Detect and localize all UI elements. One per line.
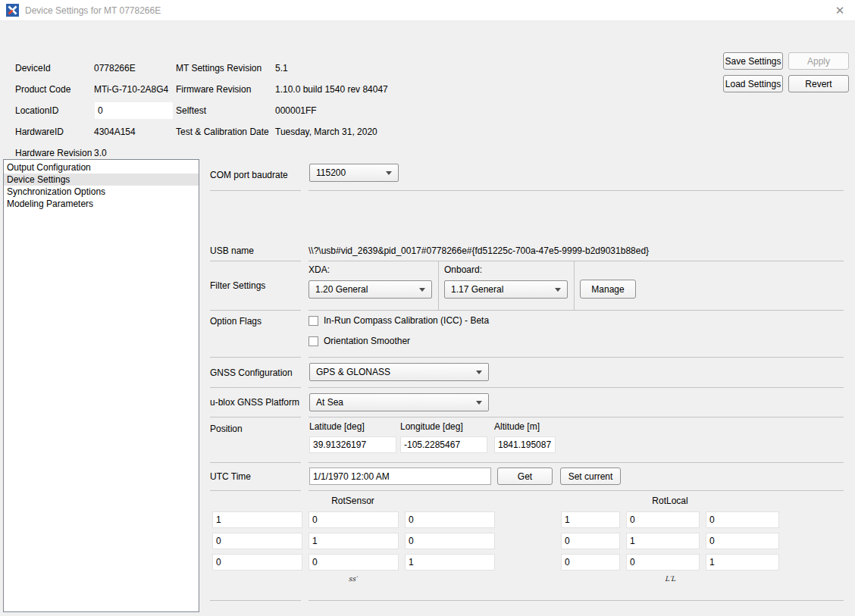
close-icon[interactable]: ✕ [831, 2, 849, 20]
xda-filter-select[interactable]: 1.20 General [308, 280, 432, 299]
ublox-gnss-platform-select[interactable]: At Sea [309, 393, 489, 411]
sidebar-item-output-configuration[interactable]: Output Configuration [4, 161, 199, 174]
deviceid-label: DeviceId [15, 63, 94, 73]
rotsensor-title: RotSensor [212, 496, 493, 506]
locationid-field[interactable] [94, 102, 174, 120]
gnss-configuration-select[interactable]: GPS & GLONASS [309, 363, 489, 381]
onboard-filter-select[interactable]: 1.17 General [444, 280, 568, 299]
rotlocal-cell-0-1[interactable] [626, 511, 700, 528]
icc-checkbox-label: In-Run Compass Calibration (ICC) - Beta [324, 315, 489, 326]
orientation-smoother-checkbox-label: Orientation Smoother [324, 336, 410, 346]
rotlocal-cell-2-0[interactable] [561, 554, 620, 571]
gnss-configuration-label: GNSS Configuration [210, 358, 301, 388]
rotlocal-cell-2-2[interactable] [706, 554, 779, 571]
utc-time-field[interactable] [309, 467, 491, 485]
test-calibration-date-label: Test & Calibration Date [176, 127, 275, 137]
load-settings-button[interactable]: Load Settings [723, 75, 783, 92]
selftest-label: Selftest [176, 105, 275, 116]
hardwareid-label: HardwareID [15, 127, 94, 137]
usb-name-value: \\?\usb#vid_2639&pid_0017#0778266e#{fd51… [308, 245, 649, 256]
rotlocal-cell-0-2[interactable] [706, 511, 779, 528]
usb-name-label: USB name [210, 241, 301, 261]
sidebar-item-device-settings[interactable]: Device Settings [4, 174, 199, 186]
hardwareid-value: 4304A154 [94, 127, 174, 137]
orientation-smoother-checkbox[interactable] [308, 336, 318, 346]
latitude-field[interactable] [309, 436, 396, 453]
icc-checkbox[interactable] [308, 316, 318, 326]
altitude-label: Altitude [m] [494, 421, 540, 432]
vertical-divider [438, 261, 439, 310]
rotsensor-cell-0-2[interactable] [405, 511, 495, 528]
rotsensor-cell-0-0[interactable] [212, 511, 302, 528]
revert-button[interactable]: Revert [788, 75, 849, 92]
rotsensor-cell-2-0[interactable] [212, 554, 302, 571]
spacer [210, 191, 844, 241]
device-info-header: DeviceId 0778266E Product Code MTi-G-710… [0, 21, 855, 156]
chevron-down-icon [555, 288, 561, 292]
altitude-field[interactable] [494, 436, 556, 453]
xda-filter-value: 1.20 General [315, 284, 368, 295]
gnss-configuration-value: GPS & GLONASS [316, 367, 390, 377]
icc-checkbox-row[interactable]: In-Run Compass Calibration (ICC) - Beta [308, 315, 844, 326]
rotsensor-cell-1-0[interactable] [212, 533, 302, 549]
com-port-baudrate-label: COM port baudrate [210, 159, 301, 191]
chevron-down-icon [476, 371, 482, 374]
rotsensor-cell-0-1[interactable] [308, 511, 399, 528]
vertical-divider [574, 261, 575, 310]
com-port-baudrate-select[interactable]: 115200 [309, 164, 399, 182]
mt-settings-revision-label: MT Settings Revision [176, 63, 275, 73]
deviceid-value: 0778266E [94, 63, 174, 73]
firmware-revision-label: Firmware Revision [176, 84, 275, 95]
product-code-label: Product Code [15, 84, 94, 95]
device-settings-panel: COM port baudrate 115200 USB name \\?\us… [210, 159, 844, 601]
ublox-gnss-platform-label: u-blox GNSS Platform [210, 388, 301, 417]
chevron-down-icon [476, 401, 482, 405]
mt-settings-revision-value: 5.1 [275, 63, 388, 73]
rotlocal-cell-0-0[interactable] [561, 511, 620, 528]
firmware-revision-value: 1.10.0 build 1540 rev 84047 [275, 84, 388, 95]
selftest-value: 000001FF [275, 105, 388, 116]
rotlocal-cell-1-1[interactable] [626, 533, 700, 549]
rotlocal-notation: L′LR [561, 575, 779, 588]
product-code-value: MTi-G-710-2A8G4 [94, 84, 174, 95]
rotlocal-title: RotLocal [561, 496, 779, 506]
ublox-gnss-platform-value: At Sea [316, 397, 343, 408]
longitude-field[interactable] [400, 436, 487, 453]
window-title: Device Settings for MT 0778266E [25, 5, 161, 16]
chevron-down-icon [419, 288, 425, 292]
app-logo-icon [6, 4, 19, 17]
onboard-label: Onboard: [444, 264, 568, 275]
longitude-label: Longitude [deg] [400, 421, 463, 432]
locationid-label: LocationID [15, 105, 94, 116]
device-info-right: MT Settings Revision 5.1 Firmware Revisi… [176, 58, 388, 142]
sidebar-item-modeling-parameters[interactable]: Modeling Parameters [4, 198, 199, 210]
apply-button[interactable]: Apply [788, 52, 849, 70]
rotsensor-cell-2-2[interactable] [405, 554, 495, 571]
utc-time-label: UTC Time [210, 463, 301, 491]
settings-category-list: Output Configuration Device Settings Syn… [3, 159, 199, 612]
rotsensor-cell-1-2[interactable] [405, 533, 495, 549]
manage-filters-button[interactable]: Manage [580, 280, 636, 299]
sidebar-item-synchronization-options[interactable]: Synchronization Options [4, 186, 199, 198]
rotlocal-cell-1-2[interactable] [706, 533, 779, 549]
rotsensor-cell-2-1[interactable] [308, 554, 399, 571]
filter-settings-label: Filter Settings [210, 261, 301, 311]
rotlocal-cell-2-1[interactable] [626, 554, 700, 571]
chevron-down-icon [386, 171, 392, 175]
xda-label: XDA: [308, 264, 433, 275]
device-info-left: DeviceId 0778266E Product Code MTi-G-710… [15, 58, 174, 164]
com-port-baudrate-value: 115200 [316, 167, 346, 178]
hardware-revision-label: Hardware Revision [15, 148, 94, 158]
onboard-filter-value: 1.17 General [451, 284, 503, 295]
test-calibration-date-value: Tuesday, March 31, 2020 [275, 127, 388, 137]
save-settings-button[interactable]: Save Settings [723, 52, 783, 70]
orientation-smoother-checkbox-row[interactable]: Orientation Smoother [308, 336, 844, 346]
latitude-label: Latitude [deg] [309, 421, 365, 432]
option-flags-label: Option Flags [210, 311, 301, 358]
utc-get-button[interactable]: Get [497, 467, 553, 485]
rotsensor-cell-1-1[interactable] [308, 533, 399, 549]
utc-set-current-button[interactable]: Set current [560, 467, 621, 485]
hardware-revision-value: 3.0 [94, 148, 174, 158]
rotlocal-cell-1-0[interactable] [561, 533, 620, 549]
position-label: Position [210, 417, 301, 463]
